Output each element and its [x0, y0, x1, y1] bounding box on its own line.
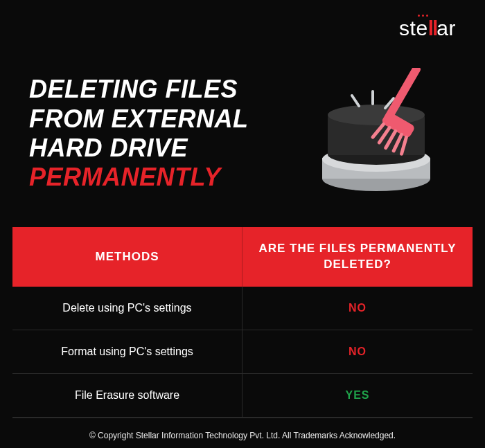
result-cell: NO	[242, 330, 473, 373]
method-cell: Format using PC's settings	[12, 330, 242, 373]
table-row: Format using PC's settings NO	[12, 330, 473, 374]
table-header: METHODS ARE THE FILES PERMANENTLY DELETE…	[12, 227, 473, 287]
result-cell: NO	[242, 287, 473, 330]
footer-copyright: © Copyright Stellar Information Technolo…	[12, 418, 473, 448]
result-cell: YES	[242, 374, 473, 417]
brand-text-pre: ste	[399, 17, 428, 39]
brand-text-mid: ll	[428, 17, 437, 39]
hard-drive-illustration	[310, 68, 456, 199]
header-result: ARE THE FILES PERMANENTLY DELETED?	[242, 227, 473, 287]
infographic-container: stellar DELETING FILES FROM EXTERNAL HAR…	[0, 0, 485, 448]
title-line-4: PERMANENTLY	[29, 163, 290, 192]
comparison-table: METHODS ARE THE FILES PERMANENTLY DELETE…	[12, 227, 473, 418]
title-line-2: FROM EXTERNAL	[29, 105, 290, 134]
brand-bar: stellar	[0, 0, 485, 47]
brand-accent-dots	[418, 15, 428, 17]
method-cell: Delete using PC's settings	[12, 287, 242, 330]
hero-section: DELETING FILES FROM EXTERNAL HARD DRIVE …	[0, 47, 485, 227]
brand-text-post: ar	[436, 17, 456, 39]
title-line-1: DELETING FILES	[29, 75, 290, 104]
table-row: File Erasure software YES	[12, 374, 473, 418]
header-methods: METHODS	[12, 227, 242, 287]
table-row: Delete using PC's settings NO	[12, 287, 473, 330]
page-title: DELETING FILES FROM EXTERNAL HARD DRIVE …	[29, 75, 290, 192]
svg-point-5	[328, 105, 425, 125]
svg-line-6	[352, 96, 359, 106]
method-cell: File Erasure software	[12, 374, 242, 417]
brand-logo: stellar	[399, 17, 456, 40]
title-line-3: HARD DRIVE	[29, 134, 290, 163]
hard-drive-broom-icon	[310, 68, 456, 199]
